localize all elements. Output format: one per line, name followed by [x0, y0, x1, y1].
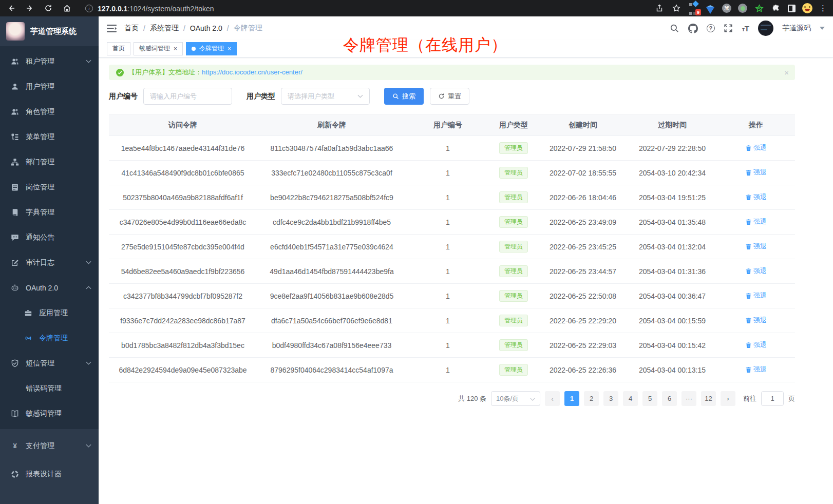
notice-icon	[10, 233, 20, 242]
sidebar-item-post[interactable]: 岗位管理	[0, 175, 99, 200]
share-icon[interactable]	[654, 3, 665, 13]
sidebar-item-pay[interactable]: ¥支付管理	[0, 432, 99, 460]
sidebar-item-oauth2[interactable]: OAuth 2.0	[0, 275, 99, 300]
sidebar-menu: 租户管理用户管理角色管理菜单管理部门管理岗位管理字典管理通知公告审计日志OAut…	[0, 46, 99, 429]
alert-close-icon[interactable]: ×	[784, 68, 789, 77]
next-page-button[interactable]: ›	[721, 391, 735, 406]
sidebar-item-dict[interactable]: 字典管理	[0, 200, 99, 225]
command-extension-icon[interactable]: ⌘	[722, 4, 731, 13]
evernote-extension-icon[interactable]	[754, 3, 764, 13]
page-more-button[interactable]: ···	[681, 391, 696, 406]
page-button-5[interactable]: 5	[642, 391, 657, 406]
force-logout-button[interactable]: 强退	[745, 217, 767, 226]
sidebar-item-role[interactable]: 角色管理	[0, 99, 99, 124]
browser-toolbar: i 127.0.0.1:1024/system/oauth2/token 9 ⌘…	[0, 0, 833, 16]
app-logo-row[interactable]: 芋道管理系统	[0, 16, 99, 46]
force-logout-button[interactable]: 强退	[745, 242, 767, 251]
font-size-icon[interactable]: тT	[742, 24, 749, 33]
sidebar-item-report[interactable]: 报表设计器	[0, 460, 99, 488]
tab-首页[interactable]: 首页	[107, 42, 130, 55]
username[interactable]: 芋道源码	[782, 24, 811, 33]
bookmark-star-icon[interactable]	[671, 3, 681, 13]
table-row: 1ea5e44f8bc1467aaede43144f31de76811c5304…	[109, 136, 795, 161]
force-logout-button[interactable]: 强退	[745, 192, 767, 202]
user-id-label: 用户编号	[109, 92, 138, 101]
address-bar[interactable]: i 127.0.0.1:1024/system/oauth2/token	[80, 2, 646, 15]
browser-reload-icon[interactable]	[43, 3, 53, 13]
goto-page-input[interactable]	[761, 391, 784, 406]
profile-avatar-icon[interactable]	[802, 3, 812, 13]
browser-back-icon[interactable]	[6, 3, 16, 13]
tab-敏感词管理[interactable]: 敏感词管理×	[134, 42, 183, 55]
force-logout-button[interactable]: 强退	[745, 316, 767, 325]
sidepanel-icon[interactable]	[788, 5, 796, 12]
page-button-1[interactable]: 1	[564, 391, 579, 406]
user-id-input[interactable]	[143, 88, 232, 105]
user-type-badge: 管理员	[499, 167, 528, 179]
sidebar-toggle-icon[interactable]	[107, 25, 117, 32]
sidebar-item-label: 错误码管理	[26, 384, 62, 393]
sidebar-item-menu[interactable]: 菜单管理	[0, 124, 99, 149]
expire-time-cell: 2054-03-04 00:15:59	[628, 308, 717, 333]
column-header: 用户编号	[407, 115, 489, 136]
sidebar-item-sensitive[interactable]: 敏感词管理	[0, 401, 99, 426]
breadcrumb-item[interactable]: 首页	[124, 24, 139, 33]
tab-令牌管理[interactable]: 令牌管理×	[186, 42, 237, 55]
sidebar-item-user[interactable]: 用户管理	[0, 74, 99, 99]
prev-page-button[interactable]: ‹	[545, 391, 560, 406]
breadcrumb-separator: /	[143, 24, 145, 32]
extension-grid-icon[interactable]: 9	[688, 3, 698, 13]
force-logout-button[interactable]: 强退	[745, 340, 767, 350]
user-type-select[interactable]: 请选择用户类型	[281, 88, 370, 105]
table-header: 访问令牌刷新令牌用户编号用户类型创建时间过期时间操作	[109, 115, 795, 136]
force-logout-button[interactable]: 强退	[745, 168, 767, 177]
user-type-cell: 管理员	[489, 259, 538, 284]
user-type-badge: 管理员	[499, 339, 528, 351]
reset-button[interactable]: 重置	[430, 88, 469, 105]
page-button-12[interactable]: 12	[701, 391, 716, 406]
page-button-4[interactable]: 4	[623, 391, 638, 406]
gem-extension-icon[interactable]	[705, 3, 715, 13]
search-icon[interactable]	[670, 24, 679, 33]
tab-close-icon[interactable]: ×	[174, 46, 177, 52]
tab-close-icon[interactable]: ×	[228, 46, 231, 52]
expire-time-cell: 2054-03-04 19:51:25	[628, 185, 717, 210]
refresh-token-cell: dfa6c71a50a54c66bef706ef9e6e8d81	[257, 308, 407, 333]
sidebar-item-sms[interactable]: 短信管理	[0, 351, 99, 376]
page-size-select[interactable]: 10条/页	[491, 391, 540, 406]
search-button[interactable]: 搜索	[384, 88, 424, 105]
sidebar-item-audit[interactable]: 审计日志	[0, 250, 99, 275]
browser-home-icon[interactable]	[62, 3, 72, 13]
user-type-cell: 管理员	[489, 284, 538, 308]
user-menu-caret-icon[interactable]	[820, 27, 825, 30]
sidebar-item-errcode[interactable]: 错误码管理	[0, 376, 99, 401]
access-token-cell: 6d842e2924594de9a09e45e087323abe	[109, 358, 257, 382]
sidebar-item-oauth2-app[interactable]: 应用管理	[0, 300, 99, 325]
user-avatar[interactable]	[758, 21, 773, 36]
force-logout-button[interactable]: 强退	[745, 143, 767, 152]
help-icon[interactable]: ?	[707, 24, 715, 32]
browser-menu-icon[interactable]: ⋮	[819, 4, 827, 13]
fullscreen-icon[interactable]	[724, 24, 733, 33]
recorder-extension-icon[interactable]	[738, 4, 747, 13]
sidebar-item-dept[interactable]: 部门管理	[0, 149, 99, 175]
page-button-3[interactable]: 3	[603, 391, 618, 406]
site-info-icon[interactable]: i	[85, 5, 93, 12]
sidebar-item-tenant[interactable]: 租户管理	[0, 49, 99, 74]
breadcrumb-item[interactable]: 系统管理	[150, 24, 179, 33]
force-logout-button[interactable]: 强退	[745, 291, 767, 300]
browser-forward-icon[interactable]	[25, 3, 35, 13]
page-button-6[interactable]: 6	[662, 391, 677, 406]
sidebar-item-notice[interactable]: 通知公告	[0, 225, 99, 250]
user-type-cell: 管理员	[489, 235, 538, 259]
github-icon[interactable]	[688, 24, 698, 33]
sidebar-item-label: 短信管理	[26, 359, 54, 368]
force-logout-button[interactable]: 强退	[745, 365, 767, 374]
table-body: 1ea5e44f8bc1467aaede43144f31de76811c5304…	[109, 136, 795, 382]
force-logout-button[interactable]: 强退	[745, 266, 767, 276]
puzzle-extensions-icon[interactable]	[771, 3, 781, 13]
doc-link[interactable]: https://doc.iocoder.cn/user-center/	[202, 68, 302, 76]
breadcrumb-item[interactable]: OAuth 2.0	[190, 24, 222, 32]
sidebar-item-oauth2-token[interactable]: 令牌管理	[0, 325, 99, 351]
page-button-2[interactable]: 2	[584, 391, 599, 406]
